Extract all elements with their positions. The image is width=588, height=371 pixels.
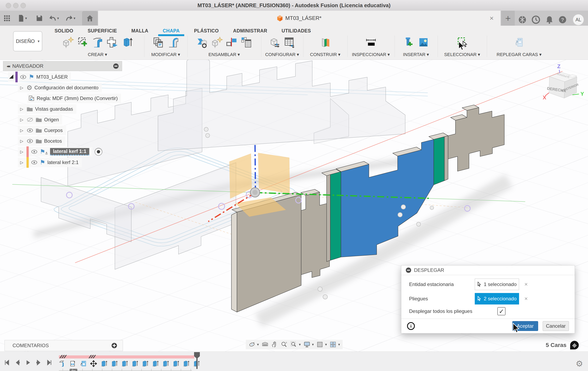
- ribbon-tab-solido[interactable]: SOLIDO: [54, 27, 74, 35]
- eye-icon[interactable]: [31, 149, 38, 154]
- step-back-icon[interactable]: [14, 360, 21, 367]
- move-feature-icon[interactable]: [90, 360, 97, 368]
- app-grid-icon[interactable]: [2, 13, 12, 23]
- ribbon-tab-superficie[interactable]: SUPERFICIE: [87, 27, 118, 35]
- selection-value-button[interactable]: 2 seleccionado: [475, 293, 519, 305]
- avatar[interactable]: AL: [573, 14, 584, 25]
- navigator-item-lateral-kerf-2-1[interactable]: ▷⚑lateral kerf 2:1: [18, 158, 147, 167]
- ribbon-group-label[interactable]: MODIFICAR ▾: [147, 52, 185, 57]
- new-component-icon[interactable]: [211, 36, 223, 49]
- eye-icon[interactable]: [26, 139, 33, 143]
- modify-panel-icon[interactable]: [152, 36, 164, 49]
- play-icon[interactable]: [25, 360, 31, 367]
- ribbon-group-label[interactable]: INSERTAR ▾: [397, 52, 435, 57]
- viewcube[interactable]: DERECHA POSTERIOR SUPERIOR Z Y X: [542, 62, 588, 109]
- ribbon-group-label[interactable]: CONFIGURAR ▾: [264, 52, 301, 57]
- ribbon-tab-plástico[interactable]: PLÁSTICO: [193, 27, 220, 35]
- ribbon-group-label[interactable]: SELECCIONAR ▾: [440, 52, 484, 57]
- chevron-icon[interactable]: ▷: [19, 85, 24, 90]
- activate-component-radio[interactable]: [94, 148, 102, 156]
- ribbon-tab-malla[interactable]: MALLA: [130, 27, 149, 35]
- config-cube-icon[interactable]: [269, 36, 281, 49]
- measure-icon[interactable]: [365, 36, 377, 49]
- expand-open-icon[interactable]: [9, 75, 13, 79]
- refold-feature-icon[interactable]: [79, 360, 87, 368]
- ribbon-tab-chapa[interactable]: CHAPA: [162, 27, 180, 35]
- chevron-icon[interactable]: ▷: [19, 160, 24, 165]
- joint-icon[interactable]: [226, 36, 238, 49]
- extensions-icon[interactable]: [518, 15, 527, 24]
- go-to-start-icon[interactable]: [4, 360, 10, 367]
- eye-icon[interactable]: [26, 128, 33, 133]
- job-status-icon[interactable]: [531, 15, 540, 24]
- display-settings-icon[interactable]: ▾: [304, 341, 314, 348]
- save-button[interactable]: [34, 13, 45, 23]
- ribbon-group-label[interactable]: INSPECCIONAR ▾: [350, 52, 392, 57]
- home-view-button[interactable]: [82, 11, 98, 25]
- chevron-icon[interactable]: ▷: [19, 139, 24, 143]
- unfold-all-checkbox[interactable]: ✓: [497, 307, 505, 315]
- bom-icon[interactable]: [241, 36, 252, 49]
- flange-up-feature-icon[interactable]: [172, 360, 179, 368]
- flange-up-feature-icon[interactable]: [120, 360, 128, 368]
- flange-feature-icon[interactable]: [59, 360, 67, 368]
- notifications-icon[interactable]: [545, 15, 554, 24]
- navigator-header[interactable]: ◀◀ NAVEGADOR: [3, 61, 122, 71]
- ribbon-tab-utilidades[interactable]: UTILIDADES: [281, 27, 312, 35]
- pan-icon[interactable]: [271, 341, 278, 348]
- flange-up-feature-icon[interactable]: [141, 360, 149, 368]
- add-comment-icon[interactable]: [112, 343, 117, 348]
- eye-off-icon[interactable]: [26, 117, 33, 122]
- comments-panel[interactable]: COMENTARIOS: [4, 340, 123, 351]
- cancel-button[interactable]: Cancelar: [543, 321, 569, 331]
- dialog-header[interactable]: DESPLEGAR: [401, 265, 575, 275]
- ribbon-group-label[interactable]: CONSTRUIR ▾: [306, 52, 345, 57]
- chevron-icon[interactable]: ▷: [19, 117, 24, 122]
- navigator-item-lateral-kerf-1-1[interactable]: ▷⚑⚓lateral kerf 1:1: [18, 147, 147, 156]
- planes-icon[interactable]: [319, 36, 331, 49]
- navigator-item-regla-mdf-3mm-demo-convertir-[interactable]: Regla: MDF (3mm) Demo (Convertir): [27, 94, 147, 103]
- navigator-item-bocetos[interactable]: ▷Bocetos: [18, 136, 147, 146]
- chevron-icon[interactable]: ▷: [19, 149, 24, 154]
- help-icon[interactable]: ?: [558, 15, 567, 24]
- config-table-icon[interactable]: [284, 36, 295, 49]
- orbit-icon[interactable]: +▾: [248, 341, 259, 348]
- flange-up-feature-icon[interactable]: [131, 360, 138, 368]
- unfold-feature-icon[interactable]: [69, 360, 77, 368]
- redo-button[interactable]: ▾: [65, 13, 76, 23]
- navigator-item-origen[interactable]: ▷Origen: [18, 115, 147, 124]
- ribbon-tab-administrar[interactable]: ADMINISTRAR: [232, 27, 268, 35]
- refold-faces-icon[interactable]: [513, 36, 525, 49]
- origin-point[interactable]: [250, 188, 260, 197]
- timeline[interactable]: [59, 355, 200, 371]
- ribbon-group-label[interactable]: ENSAMBLAR ▾: [190, 52, 259, 57]
- flange-up-feature-icon[interactable]: [100, 360, 108, 368]
- new-flange-icon[interactable]: [62, 36, 74, 49]
- workspace-selector[interactable]: DISEÑO▾: [13, 31, 42, 51]
- derive-icon[interactable]: [196, 36, 208, 49]
- flange-up-feature-icon[interactable]: [110, 360, 118, 368]
- info-icon[interactable]: i: [407, 322, 415, 330]
- navigator-item-vistas-guardadas[interactable]: ▷Vistas guardadas: [18, 104, 147, 114]
- file-menu-button[interactable]: ▾: [17, 13, 28, 23]
- zoom-icon[interactable]: ±: [281, 341, 288, 348]
- part-bend-green-2[interactable]: [434, 137, 444, 185]
- feedback-icon[interactable]: [570, 340, 579, 350]
- zoom-window-icon[interactable]: ▾: [290, 341, 301, 348]
- flange-sketch-icon[interactable]: [77, 36, 89, 49]
- navigator-item-configuraci-n-del-documento[interactable]: ▷⚙Configuración del documento: [18, 83, 147, 92]
- fastener-icon[interactable]: [403, 36, 415, 49]
- navigator-item-mt03-l-ser[interactable]: ⚑MT03_LÁSER: [8, 72, 147, 82]
- look-at-icon[interactable]: [262, 341, 269, 348]
- timeline-track[interactable]: [59, 369, 200, 371]
- preferences-gear-icon[interactable]: ⚙: [576, 359, 583, 368]
- minimize-panel-icon[interactable]: [113, 64, 119, 69]
- clear-selection-icon[interactable]: ×: [525, 281, 528, 288]
- clear-selection-icon[interactable]: ×: [525, 295, 528, 302]
- close-tab-icon[interactable]: ×: [490, 11, 494, 26]
- ribbon-group-label[interactable]: CREAR ▾: [52, 52, 143, 57]
- corner-flange-icon[interactable]: [167, 36, 179, 49]
- grid-settings-icon[interactable]: ▾: [316, 341, 327, 348]
- ribbon-group-label[interactable]: REPLEGAR CARAS ▾: [489, 52, 549, 57]
- go-to-end-icon[interactable]: [46, 360, 52, 367]
